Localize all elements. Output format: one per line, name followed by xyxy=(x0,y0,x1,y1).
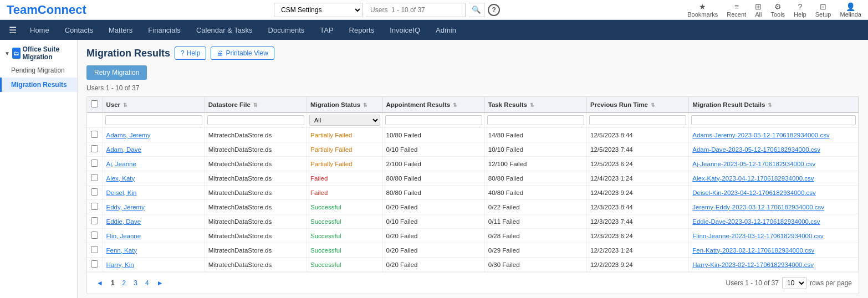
recent-button[interactable]: ≡ Recent xyxy=(727,2,746,18)
row-details: Eddie-Dave-2023-03-12-1706182934000.csv xyxy=(689,214,859,229)
csm-dropdown[interactable]: CSM Settings xyxy=(274,3,362,17)
details-link[interactable]: Eddie-Dave-2023-03-12-1706182934000.csv xyxy=(692,218,820,225)
filter-status-select[interactable]: All Successful Failed Partially Failed xyxy=(309,115,380,126)
nav-home[interactable]: Home xyxy=(23,23,56,38)
pagination-page-4[interactable]: 4 xyxy=(142,278,152,288)
help-label: Help xyxy=(794,11,806,18)
filter-task-input[interactable] xyxy=(487,115,584,125)
row-checkbox-cell xyxy=(87,128,103,142)
recent-icon: ≡ xyxy=(734,2,739,11)
sidebar-item-pending-migration[interactable]: Pending Migration xyxy=(0,63,77,78)
user-link[interactable]: Harry, Kin xyxy=(106,261,134,268)
col-prev-run[interactable]: Previous Run Time ⇅ xyxy=(587,97,689,112)
row-checkbox[interactable] xyxy=(91,145,98,152)
row-status: Failed xyxy=(307,171,382,186)
row-details: Harry-Kin-2023-02-12-1706182934000.csv xyxy=(689,258,859,272)
col-datastore[interactable]: Datastore File ⇅ xyxy=(205,97,307,112)
row-checkbox[interactable] xyxy=(91,246,98,253)
col-task[interactable]: Task Results ⇅ xyxy=(484,97,586,112)
col-appointment[interactable]: Appointment Results ⇅ xyxy=(382,97,484,112)
user-link[interactable]: Flin, Jeanne xyxy=(106,233,141,239)
filter-appointment-input[interactable] xyxy=(385,115,482,125)
row-checkbox[interactable] xyxy=(91,188,98,196)
pagination-page-1[interactable]: 1 xyxy=(108,278,118,288)
pagination-page-3[interactable]: 3 xyxy=(131,278,140,288)
sidebar-section-office-suite[interactable]: ▼ 🗂 Office Suite Migration xyxy=(0,40,77,63)
printable-view-btn[interactable]: 🖨 Printable View xyxy=(211,47,274,60)
row-status: Successful xyxy=(307,200,382,214)
row-checkbox[interactable] xyxy=(91,174,98,181)
rows-per-page-select[interactable]: 10 20 50 xyxy=(782,277,806,289)
user-link[interactable]: Deisel, Kin xyxy=(106,189,137,196)
details-link[interactable]: Jeremy-Eddy-2023-03-12-1706182934000.csv xyxy=(692,204,824,210)
tools-button[interactable]: ⚙ Tools xyxy=(770,2,785,18)
filter-details-input[interactable] xyxy=(691,115,856,125)
filter-datastore-input[interactable] xyxy=(207,115,304,125)
nav-admin[interactable]: Admin xyxy=(429,23,463,38)
row-status: Partially Failed xyxy=(307,157,382,171)
help-btn[interactable]: ? Help xyxy=(175,47,206,60)
all-icon: ⊞ xyxy=(755,2,762,11)
row-checkbox[interactable] xyxy=(91,217,98,224)
details-link[interactable]: Aj-Jeanne-2023-05-12-1706182934000.csv xyxy=(692,161,815,167)
details-link[interactable]: Harry-Kin-2023-02-12-1706182934000.csv xyxy=(692,261,814,268)
user-link[interactable]: Eddy, Jeremy xyxy=(106,204,145,210)
nav-contacts[interactable]: Contacts xyxy=(58,23,100,38)
sort-user-icon: ⇅ xyxy=(123,102,127,108)
main-layout: ▼ 🗂 Office Suite Migration Pending Migra… xyxy=(0,40,868,298)
table-row: Alex, Katy MitratechDataStore.ds Failed … xyxy=(87,171,859,186)
row-datastore: MitratechDataStore.ds xyxy=(205,229,307,243)
row-datastore: MitratechDataStore.ds xyxy=(205,200,307,214)
row-checkbox[interactable] xyxy=(91,260,98,268)
nav-documents[interactable]: Documents xyxy=(262,23,312,38)
nav-matters[interactable]: Matters xyxy=(102,23,139,38)
user-link[interactable]: Adam, Dave xyxy=(106,146,141,153)
setup-button[interactable]: ⊡ Setup xyxy=(815,2,831,18)
details-link[interactable]: Flinn-Jeanne-2023-03-12-1706182934000.cs… xyxy=(692,233,824,239)
select-all-checkbox[interactable] xyxy=(91,100,98,107)
bookmarks-button[interactable]: ★ Bookmarks xyxy=(687,2,718,18)
sidebar-item-migration-results[interactable]: Migration Results xyxy=(0,78,77,92)
user-link[interactable]: Eddie, Dave xyxy=(106,218,141,225)
pagination-next[interactable]: ► xyxy=(154,278,166,288)
user-link[interactable]: Adams, Jeremy xyxy=(106,132,151,138)
search-input[interactable] xyxy=(366,3,466,17)
row-checkbox[interactable] xyxy=(91,232,98,239)
col-details[interactable]: Migration Result Details ⇅ xyxy=(689,97,859,112)
row-task: 0/11 Failed xyxy=(484,214,586,229)
user-link[interactable]: Fenn, Katy xyxy=(106,247,137,254)
help-button[interactable]: ? Help xyxy=(794,2,806,18)
nav-reports[interactable]: Reports xyxy=(343,23,381,38)
pagination-prev[interactable]: ◄ xyxy=(94,278,106,288)
filter-datastore-cell xyxy=(205,112,307,128)
search-button[interactable]: 🔍 xyxy=(469,3,484,17)
details-link[interactable]: Alex-Katy-2023-04-12-1706182934000.csv xyxy=(692,175,814,182)
details-link[interactable]: Fen-Katty-2023-02-12-1706182934000.csv xyxy=(692,247,814,254)
row-user: Adams, Jeremy xyxy=(103,128,205,142)
row-checkbox[interactable] xyxy=(91,131,98,138)
row-prev-run: 12/5/2023 8:44 xyxy=(587,128,689,142)
user-link[interactable]: Aj, Jeanne xyxy=(106,161,136,167)
nav-financials[interactable]: Financials xyxy=(141,23,187,38)
details-link[interactable]: Deisel-Kin-2023-04-12-1706182934000.csv xyxy=(692,189,815,196)
all-button[interactable]: ⊞ All xyxy=(755,2,762,18)
pagination-page-2[interactable]: 2 xyxy=(120,278,129,288)
user-link[interactable]: Alex, Katy xyxy=(106,175,135,182)
nav-calendar[interactable]: Calendar & Tasks xyxy=(190,23,259,38)
user-button[interactable]: 👤 Melinda xyxy=(840,2,861,18)
hamburger-icon[interactable]: ☰ xyxy=(4,23,21,38)
row-checkbox[interactable] xyxy=(91,160,98,167)
col-status[interactable]: Migration Status ⇅ xyxy=(307,97,382,112)
nav-tap[interactable]: TAP xyxy=(313,23,340,38)
nav-invoiceiq[interactable]: InvoiceIQ xyxy=(383,23,427,38)
row-prev-run: 12/2/2023 9:24 xyxy=(587,258,689,272)
details-link[interactable]: Adam-Dave-2023-05-12-1706182934000.csv xyxy=(692,146,820,153)
help-circle-icon[interactable]: ? xyxy=(488,4,500,16)
sidebar: ▼ 🗂 Office Suite Migration Pending Migra… xyxy=(0,40,78,298)
filter-user-input[interactable] xyxy=(105,115,202,125)
col-user[interactable]: User ⇅ xyxy=(103,97,205,112)
row-checkbox[interactable] xyxy=(91,203,98,210)
retry-migration-btn[interactable]: Retry Migration xyxy=(86,65,147,80)
filter-prevrun-input[interactable] xyxy=(589,115,686,125)
details-link[interactable]: Adams-Jeremy-2023-05-12-1706182934000.cs… xyxy=(692,132,829,138)
